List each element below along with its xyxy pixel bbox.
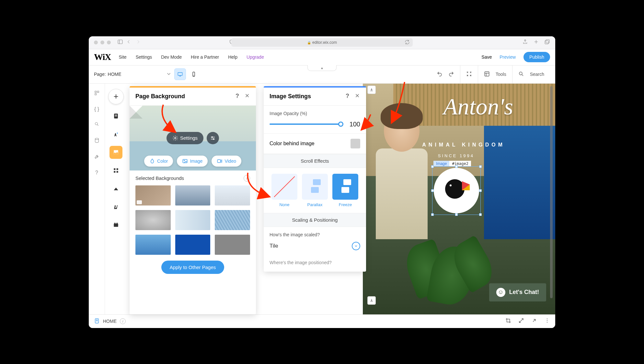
tabs-icon[interactable]	[544, 39, 550, 46]
opacity-slider[interactable]	[270, 123, 341, 125]
sidebar-apps-icon[interactable]	[109, 164, 122, 177]
help-icon[interactable]: ?	[346, 93, 349, 100]
selected-bg-title: Selected Backgrounds	[135, 175, 184, 181]
effect-none[interactable]: None	[271, 174, 297, 207]
more-icon[interactable]	[544, 318, 550, 325]
refresh-icon[interactable]	[404, 39, 410, 46]
share-icon[interactable]	[522, 39, 528, 46]
add-element-button[interactable]: +	[108, 89, 124, 104]
selection-outline[interactable]	[432, 166, 481, 215]
menu-settings[interactable]: Settings	[136, 54, 152, 60]
bg-thumb[interactable]	[175, 185, 211, 205]
rail-help-icon[interactable]: ?	[95, 170, 98, 176]
bg-preview: Settings Color Image	[130, 106, 256, 170]
hero-subtitle[interactable]: ANIMAL KINGDOM	[422, 142, 505, 148]
nav-back-icon[interactable]	[126, 39, 132, 46]
bg-thumb[interactable]	[175, 210, 211, 230]
collapse-icon[interactable]	[466, 71, 472, 78]
desktop-view-button[interactable]	[174, 68, 186, 80]
bg-type-video-button[interactable]: Video	[212, 156, 241, 167]
info-icon[interactable]: i	[244, 175, 250, 182]
svg-point-7	[519, 72, 522, 75]
nav-forward-icon[interactable]	[135, 39, 141, 46]
traffic-lights	[94, 41, 111, 44]
menu-site[interactable]: Site	[119, 54, 127, 60]
new-tab-icon[interactable]	[533, 39, 539, 46]
sidebar-media-icon[interactable]	[109, 218, 122, 231]
bg-thumb[interactable]	[215, 185, 250, 205]
close-icon[interactable]	[354, 93, 360, 100]
chat-widget[interactable]: ☺ Let's Chat!	[489, 283, 546, 301]
lock-icon: 🔒	[307, 41, 311, 44]
apply-to-pages-button[interactable]: Apply to Other Pages	[161, 261, 224, 274]
bg-thumb[interactable]	[215, 210, 250, 230]
download-section-button[interactable]	[367, 296, 376, 305]
sidebar-theme-icon[interactable]	[109, 128, 122, 141]
menu-upgrade[interactable]: Upgrade	[247, 54, 264, 60]
open-external-icon[interactable]	[531, 318, 537, 325]
undo-button[interactable]	[437, 71, 443, 78]
help-icon[interactable]: ?	[236, 93, 239, 100]
selection-badge: Image #image2	[433, 161, 471, 167]
sidebar-toggle-icon[interactable]	[117, 39, 123, 46]
rail-code-icon[interactable]: { }	[94, 106, 99, 112]
save-button[interactable]: Save	[481, 54, 492, 60]
bg-type-image-button[interactable]: Image	[177, 156, 208, 167]
info-icon[interactable]: i	[120, 318, 126, 324]
inspector-rail: { } ?	[89, 84, 105, 314]
preview-button[interactable]: Preview	[500, 54, 516, 60]
tools-label[interactable]: Tools	[496, 72, 506, 77]
opacity-value[interactable]: 100	[346, 121, 360, 128]
bg-thumb[interactable]	[135, 185, 171, 205]
publish-button[interactable]: Publish	[523, 52, 550, 62]
color-swatch[interactable]	[351, 139, 360, 148]
page-fold-icon	[130, 106, 143, 119]
sidebar-background-icon[interactable]	[109, 146, 122, 159]
redo-button[interactable]	[448, 71, 454, 78]
bg-thumb[interactable]	[215, 235, 250, 255]
sel-id: #image2	[449, 161, 471, 167]
pull-down-tab[interactable]: ▲	[307, 65, 337, 71]
video-badge-icon	[137, 200, 142, 204]
hero-since[interactable]: SINCE 1994	[438, 153, 474, 158]
svg-rect-23	[114, 223, 115, 224]
wix-logo[interactable]: WiX	[94, 52, 111, 62]
sidebar-blog-icon[interactable]	[109, 200, 122, 213]
close-window-icon[interactable]	[94, 41, 98, 44]
maximize-window-icon[interactable]	[107, 41, 111, 44]
url-bar[interactable]: 🔒 editor.wix.com	[231, 38, 413, 47]
sidebar-ascend-icon[interactable]	[109, 182, 122, 195]
bg-thumb[interactable]	[175, 235, 211, 255]
bg-type-color-button[interactable]: Color	[144, 156, 173, 167]
close-icon[interactable]	[244, 93, 250, 100]
bg-thumb[interactable]	[135, 210, 171, 230]
bg-settings-button[interactable]: Settings	[167, 132, 203, 144]
rail-search-icon[interactable]	[94, 121, 100, 128]
hero-title[interactable]: Anton's	[443, 93, 513, 120]
sidebar-pages-icon[interactable]	[109, 110, 122, 123]
bg-thumb[interactable]	[135, 235, 171, 255]
canvas-scrollbar[interactable]	[550, 86, 553, 298]
download-section-button[interactable]	[367, 86, 376, 94]
site-canvas[interactable]: Anton's ANIMAL KINGDOM SINCE 1994 Image …	[363, 84, 555, 314]
bg-settings-label: Settings	[180, 135, 198, 141]
rail-widget-icon[interactable]	[94, 90, 100, 97]
effect-freeze[interactable]: Freeze	[332, 174, 358, 207]
menu-help[interactable]: Help	[228, 54, 237, 60]
page-selector[interactable]: Page: HOME	[94, 71, 172, 78]
search-label[interactable]: Search	[530, 72, 544, 77]
slider-thumb-icon[interactable]	[338, 122, 343, 127]
rail-tool-icon[interactable]	[94, 154, 100, 161]
minimize-window-icon[interactable]	[100, 41, 104, 44]
mobile-view-button[interactable]	[188, 68, 200, 80]
effect-parallax[interactable]: Parallax	[302, 174, 328, 207]
menu-hire-partner[interactable]: Hire a Partner	[191, 54, 219, 60]
chevron-down-icon	[352, 242, 360, 250]
scale-dropdown[interactable]: Tile	[270, 242, 360, 250]
bottom-page-name[interactable]: HOME	[103, 319, 117, 324]
menu-dev-mode[interactable]: Dev Mode	[161, 54, 182, 60]
expand-icon[interactable]	[518, 318, 524, 325]
crop-tool-icon[interactable]	[505, 318, 511, 325]
bg-adjust-button[interactable]	[207, 132, 219, 144]
rail-db-icon[interactable]	[94, 137, 100, 145]
